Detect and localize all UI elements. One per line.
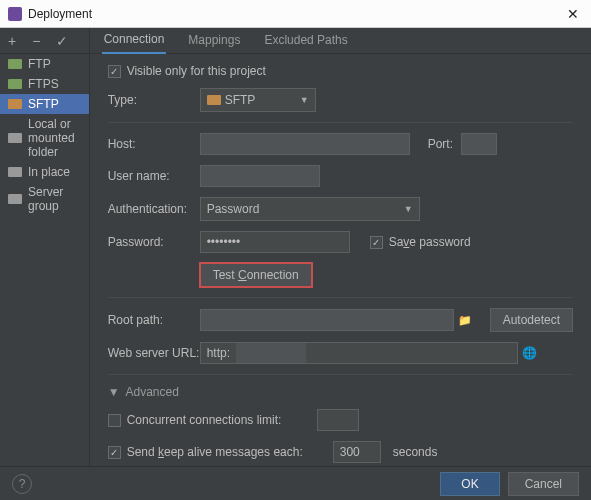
open-browser-icon[interactable]: 🌐 (518, 346, 541, 360)
sidebar-item[interactable]: Local or mounted folder (0, 114, 89, 162)
sidebar-item-label: FTPS (28, 77, 59, 91)
server-icon (8, 78, 22, 90)
svg-rect-5 (8, 194, 22, 204)
svg-rect-0 (8, 59, 22, 69)
svg-rect-4 (8, 167, 22, 177)
help-icon[interactable]: ? (12, 474, 32, 494)
tab-mappings[interactable]: Mappings (186, 28, 242, 53)
concurrent-label: Concurrent connections limit: (127, 413, 282, 427)
host-label: Host: (108, 137, 200, 151)
window-title: Deployment (28, 7, 563, 21)
sidebar-toolbar: + − ✓ (0, 28, 89, 54)
connection-panel: ✓ Visible only for this project Type: SF… (90, 54, 591, 466)
sidebar-item-label: Server group (28, 185, 81, 213)
type-combo[interactable]: SFTP ▼ (200, 88, 316, 112)
sidebar-item[interactable]: FTPS (0, 74, 89, 94)
web-url-input[interactable] (200, 342, 518, 364)
auth-label: Authentication: (108, 202, 200, 216)
host-input[interactable] (200, 133, 410, 155)
svg-rect-1 (8, 79, 22, 89)
sidebar-item-label: FTP (28, 57, 51, 71)
svg-rect-6 (207, 95, 221, 105)
chevron-down-icon: ▼ (300, 95, 309, 105)
keepalive-label: Send keep alive messages each: (127, 445, 303, 459)
save-password-checkbox[interactable]: ✓ Save password (370, 235, 471, 249)
app-icon (8, 7, 22, 21)
folder-icon[interactable]: 📁 (454, 314, 476, 327)
server-icon (8, 193, 22, 205)
visible-only-label: Visible only for this project (127, 64, 266, 78)
root-path-input[interactable] (200, 309, 454, 331)
checkbox-checked-icon: ✓ (108, 446, 121, 459)
chevron-down-icon: ▼ (108, 385, 120, 399)
sidebar: + − ✓ FTPFTPSSFTPLocal or mounted folder… (0, 28, 90, 466)
server-list: FTPFTPSSFTPLocal or mounted folderIn pla… (0, 54, 89, 216)
type-label: Type: (108, 93, 200, 107)
chevron-down-icon: ▼ (404, 204, 413, 214)
svg-rect-2 (8, 99, 22, 109)
content-area: Connection Mappings Excluded Paths ✓ Vis… (90, 28, 591, 466)
port-input[interactable] (461, 133, 497, 155)
sidebar-item-label: Local or mounted folder (28, 117, 81, 159)
svg-rect-3 (8, 133, 22, 143)
server-icon (8, 98, 22, 110)
auth-combo[interactable]: Password ▼ (200, 197, 420, 221)
server-icon (8, 132, 22, 144)
title-bar: Deployment ✕ (0, 0, 591, 28)
close-icon[interactable]: ✕ (563, 6, 583, 22)
sidebar-item[interactable]: FTP (0, 54, 89, 74)
sidebar-item-label: SFTP (28, 97, 59, 111)
sftp-icon (207, 94, 221, 106)
check-icon[interactable]: ✓ (52, 31, 72, 51)
server-icon (8, 58, 22, 70)
keepalive-input[interactable] (333, 441, 381, 463)
web-url-label: Web server URL: (108, 346, 200, 360)
tab-excluded[interactable]: Excluded Paths (262, 28, 349, 53)
concurrent-checkbox[interactable]: Concurrent connections limit: (108, 413, 282, 427)
separator (108, 122, 573, 123)
auth-value: Password (207, 202, 260, 216)
checkbox-checked-icon: ✓ (108, 65, 121, 78)
type-value: SFTP (225, 93, 256, 107)
server-icon (8, 166, 22, 178)
username-label: User name: (108, 169, 200, 183)
root-path-label: Root path: (108, 313, 200, 327)
tab-connection[interactable]: Connection (102, 27, 167, 54)
advanced-toggle[interactable]: ▼ Advanced (108, 385, 573, 399)
test-connection-button[interactable]: Test Connection (200, 263, 312, 287)
save-password-label: Save password (389, 235, 471, 249)
autodetect-button[interactable]: Autodetect (490, 308, 573, 332)
tab-bar: Connection Mappings Excluded Paths (90, 28, 591, 54)
keepalive-checkbox[interactable]: ✓ Send keep alive messages each: (108, 445, 303, 459)
visible-only-checkbox[interactable]: ✓ Visible only for this project (108, 64, 266, 78)
main-layout: + − ✓ FTPFTPSSFTPLocal or mounted folder… (0, 28, 591, 466)
port-label: Port: (428, 137, 453, 151)
checkbox-checked-icon: ✓ (370, 236, 383, 249)
cancel-button[interactable]: Cancel (508, 472, 579, 496)
concurrent-input[interactable] (317, 409, 359, 431)
seconds-label: seconds (393, 445, 438, 459)
sidebar-item-label: In place (28, 165, 70, 179)
sidebar-item[interactable]: Server group (0, 182, 89, 216)
separator (108, 374, 573, 375)
dialog-footer: ? OK Cancel (0, 466, 591, 500)
separator (108, 297, 573, 298)
ok-button[interactable]: OK (440, 472, 499, 496)
remove-icon[interactable]: − (28, 31, 44, 51)
password-label: Password: (108, 235, 200, 249)
password-input[interactable] (200, 231, 350, 253)
advanced-label: Advanced (126, 385, 179, 399)
checkbox-unchecked-icon (108, 414, 121, 427)
sidebar-item[interactable]: SFTP (0, 94, 89, 114)
sidebar-item[interactable]: In place (0, 162, 89, 182)
username-input[interactable] (200, 165, 320, 187)
add-icon[interactable]: + (4, 31, 20, 51)
